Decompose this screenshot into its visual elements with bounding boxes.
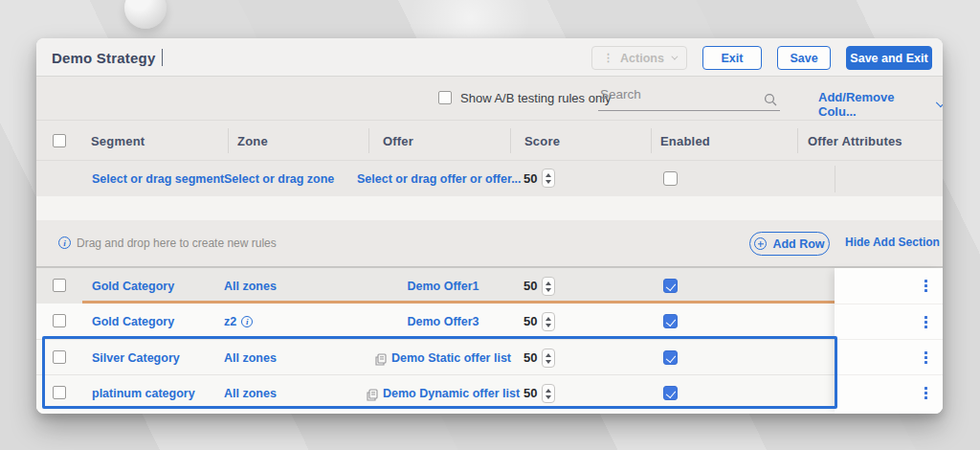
new-rule-score-value[interactable]: 50 <box>523 171 537 186</box>
exit-button-label: Exit <box>722 52 744 65</box>
select-segment-dropdown[interactable]: Select or drag segment <box>92 172 224 186</box>
row-score-stepper[interactable] <box>542 384 555 403</box>
row-select-checkbox[interactable] <box>53 386 66 399</box>
column-divider <box>835 166 835 192</box>
row-score-stepper[interactable] <box>542 312 555 331</box>
row-zone-link[interactable]: All zones <box>224 351 277 365</box>
chevron-down-icon <box>671 54 678 60</box>
add-remove-columns-label: Add/Remove Colu... <box>818 90 928 119</box>
offer-attributes-column <box>835 268 943 414</box>
save-and-exit-button-label: Save and Exit <box>850 52 927 65</box>
kebab-icon: ⋮ <box>603 52 613 64</box>
offer-attributes-cell <box>835 268 943 304</box>
row-score-value[interactable]: 50 <box>523 350 537 365</box>
add-remove-columns-button[interactable]: Add/Remove Colu... <box>818 90 943 119</box>
hide-add-section-link[interactable]: Hide Add Section <box>845 236 940 249</box>
row-offer-link[interactable]: Demo Offer3 <box>407 315 479 328</box>
row-enabled-checkbox[interactable] <box>663 279 678 293</box>
stepper-down-icon[interactable] <box>546 395 551 399</box>
strategy-name-input[interactable]: Demo Strategy <box>52 38 163 77</box>
add-row-button-label: Add Row <box>772 237 824 251</box>
stepper-up-icon[interactable] <box>546 317 551 321</box>
row-select-checkbox[interactable] <box>53 314 66 327</box>
kebab-icon[interactable] <box>924 387 927 390</box>
row-offer-link[interactable]: Demo Static offer list <box>391 351 511 365</box>
stepper-down-icon[interactable] <box>546 360 551 364</box>
row-segment-link[interactable]: Gold Category <box>92 280 174 293</box>
row-offer-link[interactable]: Demo Dynamic offer list <box>383 387 520 400</box>
column-header-offer: Offer <box>383 121 413 161</box>
column-divider <box>368 128 369 153</box>
search-input[interactable]: Search <box>598 85 780 111</box>
stepper-up-icon[interactable] <box>546 173 551 177</box>
table-row[interactable]: Silver Category All zones Demo Static of… <box>36 339 943 374</box>
row-score-stepper[interactable] <box>542 349 555 368</box>
info-icon: i <box>58 236 71 249</box>
table-header: Segment Zone Offer Score Enabled Offer A… <box>36 120 943 160</box>
row-segment-link[interactable]: Gold Category <box>92 315 174 328</box>
table-row[interactable]: platinum category All zones Demo Dynamic… <box>36 374 943 410</box>
row-enabled-checkbox[interactable] <box>663 350 678 365</box>
drag-drop-hint: Drag and drop here to create new rules <box>77 236 277 250</box>
row-score-stepper[interactable] <box>542 277 555 296</box>
stepper-up-icon[interactable] <box>546 353 551 357</box>
column-divider <box>651 128 652 153</box>
column-divider <box>510 128 511 153</box>
background-sphere-decoration <box>124 0 167 29</box>
new-rule-row: Select or drag segment Select or drag zo… <box>36 160 943 196</box>
ab-testing-checkbox-label: Show A/B testing rules only <box>460 91 612 105</box>
stepper-down-icon[interactable] <box>546 180 551 184</box>
actions-button[interactable]: ⋮ Actions <box>591 46 687 70</box>
stepper-up-icon[interactable] <box>546 389 551 393</box>
plus-icon <box>754 237 767 250</box>
table-rows: Gold Category All zones Demo Offer1 50 G… <box>36 267 943 414</box>
strategy-editor-window: Demo Strategy ⋮ Actions Exit Save Save a… <box>36 38 943 414</box>
actions-button-label: Actions <box>620 52 664 65</box>
row-enabled-checkbox[interactable] <box>663 386 678 400</box>
new-rule-enabled-checkbox[interactable] <box>663 171 678 186</box>
text-caret <box>162 49 163 66</box>
drag-drop-zone[interactable]: i Drag and drop here to create new rules… <box>36 220 943 267</box>
table-row[interactable]: Gold Category All zones Demo Offer1 50 <box>36 268 943 304</box>
stepper-down-icon[interactable] <box>546 288 551 292</box>
select-offer-dropdown[interactable]: Select or drag offer or offer... <box>357 172 522 186</box>
row-score-value[interactable]: 50 <box>523 314 537 328</box>
exit-button[interactable]: Exit <box>702 46 762 70</box>
row-enabled-checkbox[interactable] <box>663 314 678 328</box>
row-zone-link[interactable]: All zones <box>224 387 277 400</box>
chevron-down-icon <box>936 98 943 107</box>
column-header-segment: Segment <box>91 121 145 161</box>
strategy-name[interactable]: Demo Strategy <box>52 50 155 66</box>
save-and-exit-button[interactable]: Save and Exit <box>846 46 932 70</box>
offer-attributes-cell <box>835 339 943 374</box>
add-row-button[interactable]: Add Row <box>749 232 830 256</box>
select-all-checkbox[interactable] <box>53 134 66 147</box>
row-select-checkbox[interactable] <box>53 350 66 364</box>
row-segment-link[interactable]: platinum category <box>92 387 195 400</box>
row-zone-link[interactable]: All zones <box>224 280 277 293</box>
offer-list-icon <box>367 388 378 400</box>
row-select-checkbox[interactable] <box>53 279 66 292</box>
column-divider <box>228 128 229 153</box>
save-button-label: Save <box>790 52 817 65</box>
column-header-enabled: Enabled <box>660 121 710 161</box>
row-score-value[interactable]: 50 <box>523 279 537 293</box>
stepper-down-icon[interactable] <box>546 324 551 327</box>
stepper-up-icon[interactable] <box>546 281 551 285</box>
select-zone-dropdown[interactable]: Select or drag zone <box>224 172 334 186</box>
row-score-value[interactable]: 50 <box>523 386 537 400</box>
row-zone-link[interactable]: z2 <box>224 315 236 328</box>
ab-testing-checkbox[interactable] <box>438 91 452 104</box>
row-offer-link[interactable]: Demo Offer1 <box>407 280 479 293</box>
kebab-icon[interactable] <box>924 316 927 319</box>
info-icon[interactable]: i <box>241 316 253 327</box>
offer-list-icon <box>375 352 387 365</box>
new-rule-score-stepper[interactable] <box>542 169 555 188</box>
column-header-score: Score <box>524 121 560 161</box>
row-segment-link[interactable]: Silver Category <box>92 351 180 365</box>
search-placeholder: Search <box>600 87 641 101</box>
save-button[interactable]: Save <box>777 46 831 70</box>
table-row[interactable]: Gold Category z2 i Demo Offer3 50 <box>36 304 943 339</box>
kebab-icon[interactable] <box>924 280 927 282</box>
kebab-icon[interactable] <box>924 351 927 354</box>
